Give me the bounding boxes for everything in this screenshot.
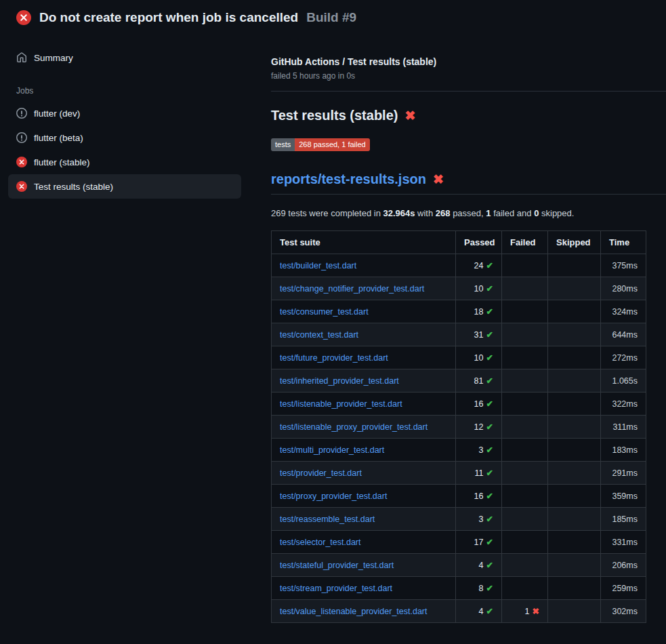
suite-link[interactable]: test/future_provider_test.dart	[280, 353, 388, 363]
badge-label: tests	[271, 138, 295, 151]
passed-cell: 31✔	[456, 323, 502, 346]
failed-cell	[502, 462, 548, 485]
suite-link[interactable]: test/reassemble_test.dart	[280, 515, 375, 524]
results-table-body: test/builder_test.dart24✔375mstest/chang…	[272, 254, 646, 623]
failed-cell	[502, 416, 548, 439]
time-cell: 291ms	[601, 462, 646, 485]
passed-cell: 81✔	[456, 369, 502, 393]
table-row: test/listenable_proxy_provider_test.dart…	[272, 416, 646, 439]
check-icon: ✔	[486, 584, 493, 593]
time-cell: 322ms	[601, 393, 646, 416]
suite-link[interactable]: test/provider_test.dart	[280, 468, 362, 478]
suite-cell: test/value_listenable_provider_test.dart	[272, 600, 456, 623]
time-cell: 302ms	[601, 600, 646, 623]
skipped-cell	[548, 577, 601, 600]
failed-cell	[502, 277, 548, 300]
failed-cell	[502, 254, 548, 277]
suite-link[interactable]: test/value_listenable_provider_test.dart	[280, 607, 428, 616]
suite-link[interactable]: test/stream_provider_test.dart	[280, 584, 392, 593]
time-cell: 206ms	[601, 554, 646, 577]
header-skipped: Skipped	[548, 231, 601, 254]
suite-link[interactable]: test/stateful_provider_test.dart	[280, 561, 394, 570]
suite-cell: test/stream_provider_test.dart	[272, 577, 456, 600]
passed-cell: 11✔	[456, 462, 502, 485]
passed-cell: 24✔	[456, 254, 502, 277]
skipped-cell	[548, 531, 601, 554]
sidebar-item-flutter-dev[interactable]: flutter (dev)	[8, 101, 241, 125]
header-test-suite: Test suite	[272, 231, 456, 254]
skipped-cell	[548, 346, 601, 369]
suite-link[interactable]: test/selector_test.dart	[280, 538, 361, 547]
skipped-cell	[548, 600, 601, 623]
failed-cell	[502, 323, 548, 346]
check-icon: ✔	[486, 561, 493, 570]
suite-cell: test/listenable_provider_test.dart	[272, 393, 456, 416]
time-cell: 280ms	[601, 277, 646, 300]
table-row: test/value_listenable_provider_test.dart…	[272, 600, 646, 623]
cross-mark-icon: ✖	[433, 173, 444, 186]
summary-line: 269 tests were completed in 32.964s with…	[271, 208, 666, 218]
failed-status-icon	[16, 157, 27, 167]
time-cell: 185ms	[601, 508, 646, 531]
suite-cell: test/inherited_provider_test.dart	[272, 369, 456, 393]
failed-cell: 1✖	[502, 600, 548, 623]
table-row: test/reassemble_test.dart3✔185ms	[272, 508, 646, 531]
check-icon: ✔	[486, 422, 493, 432]
suite-link[interactable]: test/builder_test.dart	[280, 261, 356, 270]
header-time: Time	[601, 231, 646, 254]
test-results-table: Test suite Passed Failed Skipped Time te…	[271, 230, 646, 623]
passed-cell: 4✔	[456, 554, 502, 577]
table-row: test/listenable_provider_test.dart16✔322…	[272, 393, 646, 416]
check-icon: ✔	[486, 445, 493, 455]
suite-cell: test/provider_test.dart	[272, 462, 456, 485]
suite-cell: test/change_notifier_provider_test.dart	[272, 277, 456, 300]
skipped-cell	[548, 416, 601, 439]
table-row: test/builder_test.dart24✔375ms	[272, 254, 646, 277]
failed-cell	[502, 439, 548, 462]
sidebar-item-flutter-beta[interactable]: flutter (beta)	[8, 125, 241, 150]
suite-link[interactable]: test/listenable_proxy_provider_test.dart	[280, 422, 428, 432]
suite-link[interactable]: test/consumer_test.dart	[280, 307, 369, 317]
passed-cell: 18✔	[456, 300, 502, 323]
sidebar-item-flutter-stable[interactable]: flutter (stable)	[8, 150, 241, 174]
suite-link[interactable]: test/context_test.dart	[280, 330, 358, 340]
report-file-link[interactable]: reports/test-results.json	[271, 172, 426, 187]
badge-value: 268 passed, 1 failed	[295, 138, 369, 151]
passed-cell: 8✔	[456, 577, 502, 600]
suite-link[interactable]: test/multi_provider_test.dart	[280, 445, 384, 455]
sidebar-item-test-results-stable[interactable]: Test results (stable)	[8, 174, 241, 199]
duration-value: 32.964s	[383, 208, 415, 218]
time-cell: 259ms	[601, 577, 646, 600]
failed-count: 1	[486, 208, 491, 218]
suite-link[interactable]: test/change_notifier_provider_test.dart	[280, 284, 424, 294]
table-row: test/provider_test.dart11✔291ms	[272, 462, 646, 485]
sidebar-item-summary[interactable]: Summary	[8, 45, 241, 70]
run-header: Do not create report when job is cancell…	[0, 0, 666, 32]
check-icon: ✔	[486, 515, 493, 524]
divider	[271, 194, 666, 195]
check-icon: ✔	[486, 307, 493, 317]
check-icon: ✔	[486, 261, 493, 270]
failed-cell	[502, 346, 548, 369]
skipped-cell	[548, 508, 601, 531]
passed-cell: 16✔	[456, 393, 502, 416]
check-icon: ✔	[486, 399, 493, 409]
failed-cell	[502, 300, 548, 323]
table-row: test/multi_provider_test.dart3✔183ms	[272, 439, 646, 462]
passed-cell: 4✔	[456, 600, 502, 623]
suite-link[interactable]: test/proxy_provider_test.dart	[280, 491, 387, 501]
table-row: test/inherited_provider_test.dart81✔1.06…	[272, 369, 646, 393]
failed-cell	[502, 369, 548, 393]
section-title-row: Test results (stable) ✖	[271, 108, 666, 123]
skipped-cell	[548, 393, 601, 416]
failed-cell	[502, 508, 548, 531]
passed-cell: 3✔	[456, 439, 502, 462]
suite-cell: test/context_test.dart	[272, 323, 456, 346]
suite-link[interactable]: test/inherited_provider_test.dart	[280, 376, 399, 386]
suite-cell: test/builder_test.dart	[272, 254, 456, 277]
failed-cell	[502, 393, 548, 416]
suite-link[interactable]: test/listenable_provider_test.dart	[280, 399, 402, 409]
skipped-cell	[548, 300, 601, 323]
build-number: Build #9	[306, 10, 356, 25]
section-title: Test results (stable)	[271, 108, 398, 123]
